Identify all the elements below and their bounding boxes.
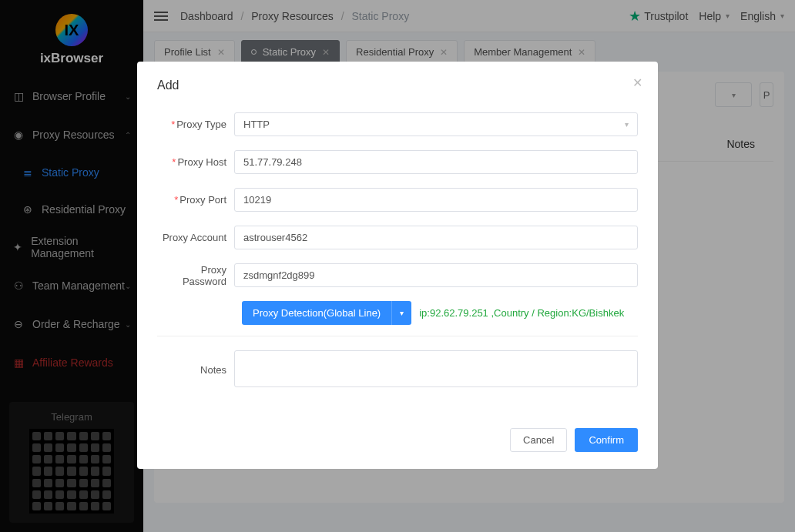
proxy-port-input[interactable] [234, 188, 638, 212]
modal-title: Add [157, 79, 638, 92]
chevron-down-icon: ▾ [625, 120, 629, 129]
cancel-button[interactable]: Cancel [510, 428, 567, 452]
proxy-type-label: *Proxy Type [157, 119, 234, 130]
divider [157, 336, 638, 336]
proxy-password-label: Proxy Password [157, 264, 234, 287]
proxy-host-input[interactable] [234, 150, 638, 174]
modal-footer: Cancel Confirm [157, 428, 638, 452]
proxy-port-label: *Proxy Port [157, 194, 234, 206]
proxy-password-input[interactable] [234, 263, 638, 287]
detection-result: ip:92.62.79.251 ,Country / Region:KG/Bis… [419, 307, 624, 319]
proxy-account-input[interactable] [234, 226, 638, 249]
proxy-type-select[interactable]: HTTP ▾ [234, 112, 638, 136]
proxy-detection-button[interactable]: Proxy Detection(Global Line) [242, 301, 391, 325]
notes-label: Notes [157, 364, 234, 376]
proxy-account-label: Proxy Account [157, 232, 234, 243]
close-icon[interactable]: ✕ [632, 75, 642, 90]
proxy-detection-dropdown[interactable]: ▾ [391, 301, 411, 325]
proxy-type-value: HTTP [243, 119, 270, 130]
add-proxy-modal: Add ✕ *Proxy Type HTTP ▾ *Proxy Host *Pr… [137, 62, 658, 469]
modal-overlay: Add ✕ *Proxy Type HTTP ▾ *Proxy Host *Pr… [0, 0, 795, 532]
proxy-detection-button-group: Proxy Detection(Global Line) ▾ [242, 301, 411, 325]
confirm-button[interactable]: Confirm [575, 428, 638, 452]
notes-input[interactable] [234, 350, 638, 387]
proxy-host-label: *Proxy Host [157, 156, 234, 168]
